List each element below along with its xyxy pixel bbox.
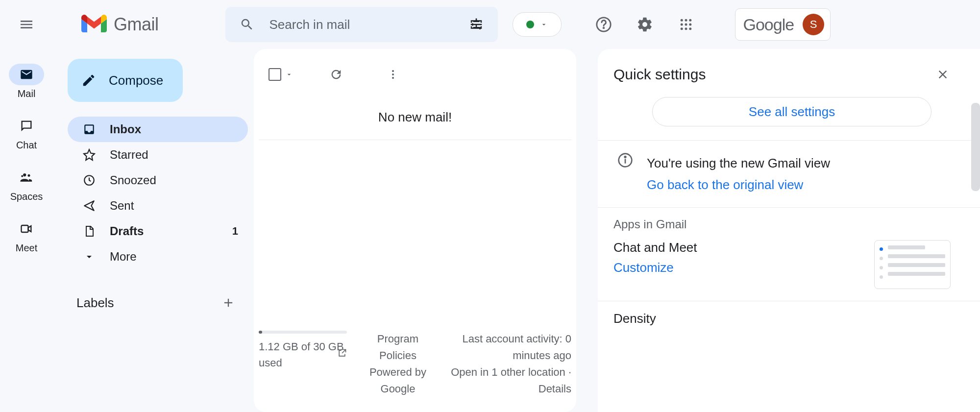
mail-toolbar — [254, 49, 576, 100]
storage-info[interactable]: 1.12 GB of 30 GB used — [259, 331, 352, 397]
svg-point-3 — [685, 19, 687, 22]
svg-rect-14 — [22, 225, 28, 232]
svg-point-4 — [689, 19, 691, 22]
gmail-logo[interactable]: Gmail — [81, 14, 159, 35]
rail-item-meet[interactable]: Meet — [9, 218, 44, 254]
more-button[interactable] — [379, 61, 407, 88]
info-heading: You're using the new Gmail view — [647, 152, 830, 174]
nav-more[interactable]: More — [68, 244, 248, 269]
nav-inbox[interactable]: Inbox — [68, 117, 248, 142]
add-label-button[interactable] — [215, 289, 242, 316]
rail-label: Mail — [18, 88, 36, 99]
sidebar: Compose Inbox Starred Snoozed Sent Draft… — [53, 49, 254, 412]
more-vert-icon — [387, 69, 399, 80]
status-selector[interactable] — [513, 12, 562, 37]
send-icon — [82, 199, 96, 213]
close-icon — [936, 68, 950, 81]
search-options-icon[interactable] — [463, 11, 490, 38]
avatar: S — [803, 14, 824, 35]
nav-label: Snoozed — [110, 173, 156, 187]
customize-link[interactable]: Customize — [613, 260, 697, 275]
nav-snoozed[interactable]: Snoozed — [68, 168, 248, 193]
svg-point-10 — [689, 27, 691, 30]
svg-point-1 — [603, 27, 604, 28]
draft-icon — [82, 224, 96, 238]
rail-label: Meet — [16, 242, 37, 254]
quick-settings-title: Quick settings — [613, 66, 706, 83]
gmail-wordmark: Gmail — [114, 14, 159, 35]
chat-meet-label: Chat and Meet — [613, 240, 697, 255]
svg-point-13 — [21, 175, 23, 177]
header-actions: Google S — [590, 8, 831, 41]
refresh-icon — [329, 68, 343, 81]
activity-info[interactable]: Last account activity: 0 minutes ago Ope… — [444, 331, 571, 397]
account-chip[interactable]: Google S — [735, 8, 831, 41]
new-view-notice: You're using the new Gmail view Go back … — [613, 141, 970, 207]
main-menu-button[interactable] — [11, 9, 42, 40]
svg-point-9 — [685, 27, 687, 30]
help-icon — [595, 16, 612, 33]
plus-icon — [221, 296, 235, 310]
refresh-button[interactable] — [322, 61, 350, 88]
see-all-settings-button[interactable]: See all settings — [652, 97, 931, 126]
apps-grid-icon — [679, 17, 693, 32]
mail-icon — [20, 68, 33, 81]
settings-button[interactable] — [631, 11, 659, 38]
search-bar[interactable] — [225, 7, 498, 42]
scrollbar[interactable] — [971, 103, 980, 191]
svg-point-16 — [392, 70, 394, 72]
rail-item-chat[interactable]: Chat — [9, 115, 44, 151]
quick-settings-panel: Quick settings See all settings You're u… — [598, 49, 980, 412]
select-all[interactable] — [269, 68, 293, 81]
nav-drafts[interactable]: Drafts 1 — [68, 218, 248, 244]
rail-item-mail[interactable]: Mail — [9, 64, 44, 99]
svg-point-18 — [392, 77, 394, 79]
search-input[interactable] — [270, 17, 454, 32]
rail-label: Spaces — [10, 191, 43, 202]
mail-footer: 1.12 GB of 30 GB used Program Policies P… — [254, 321, 576, 412]
inbox-icon — [82, 122, 96, 136]
nav-starred[interactable]: Starred — [68, 142, 248, 168]
header: Gmail Google S — [0, 0, 980, 49]
pencil-icon — [81, 73, 96, 88]
svg-point-12 — [28, 174, 30, 177]
mail-pane: No new mail! 1.12 GB of 30 GB used Progr… — [254, 49, 576, 412]
svg-point-8 — [680, 27, 683, 30]
checkbox-icon — [269, 68, 281, 81]
groups-icon — [19, 170, 34, 185]
nav-sent[interactable]: Sent — [68, 193, 248, 218]
nav-label: More — [110, 250, 137, 264]
search-icon[interactable] — [233, 11, 261, 38]
close-settings-button[interactable] — [929, 61, 956, 88]
svg-point-5 — [680, 24, 683, 26]
gmail-m-icon — [81, 15, 107, 34]
chevron-down-icon — [82, 250, 96, 264]
layout-preview — [874, 240, 951, 289]
support-button[interactable] — [590, 11, 617, 38]
rail-label: Chat — [16, 140, 37, 151]
video-icon — [20, 222, 33, 236]
info-icon — [617, 152, 633, 168]
labels-header: Labels — [68, 289, 248, 316]
nav-label: Starred — [110, 148, 148, 162]
policies-info[interactable]: Program Policies Powered by Google — [364, 331, 432, 397]
hamburger-icon — [19, 17, 34, 32]
svg-point-7 — [689, 24, 691, 26]
svg-point-17 — [392, 73, 394, 75]
star-icon — [82, 148, 96, 162]
apps-button[interactable] — [672, 11, 700, 38]
compose-button[interactable]: Compose — [68, 59, 183, 102]
storage-bar — [259, 331, 347, 334]
rail-item-spaces[interactable]: Spaces — [9, 167, 44, 202]
app-rail: Mail Chat Spaces Meet — [0, 49, 53, 412]
density-section-title: Density — [613, 301, 970, 335]
chat-icon — [20, 119, 33, 133]
google-wordmark: Google — [743, 15, 794, 34]
go-back-link[interactable]: Go back to the original view — [647, 174, 830, 195]
nav-label: Inbox — [110, 122, 141, 136]
svg-point-6 — [685, 24, 687, 26]
svg-point-2 — [680, 19, 683, 22]
gear-icon — [637, 16, 653, 33]
open-external-icon — [337, 348, 347, 358]
chat-meet-row: Chat and Meet Customize — [613, 240, 970, 289]
